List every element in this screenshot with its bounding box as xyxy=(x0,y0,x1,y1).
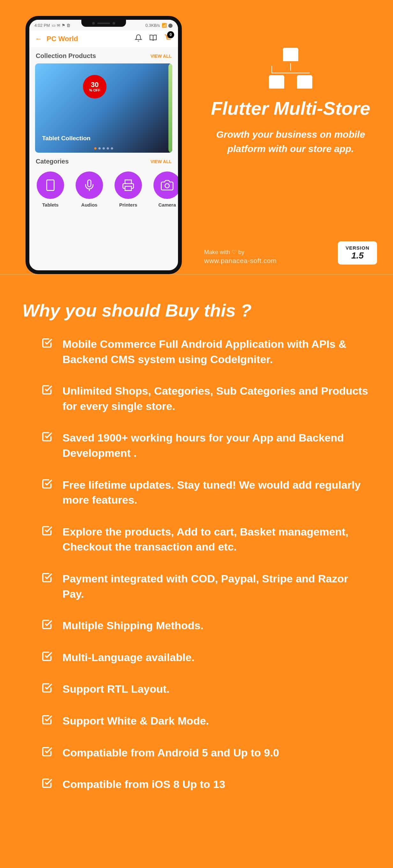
feature-item: Compatiable from Android 5 and Up to 9.0 xyxy=(41,745,371,761)
categories-row: Tablets Audios Printers Camera xyxy=(29,169,178,210)
feature-text: Multi-Language available. xyxy=(62,650,195,665)
printer-icon xyxy=(114,172,142,199)
collection-banner[interactable]: 30 % OFF Tablet Collection xyxy=(35,63,172,153)
tablet-icon xyxy=(37,172,64,199)
feature-text: Support RTL Layout. xyxy=(62,682,170,697)
feature-item: Compatible from iOS 8 Up to 13 xyxy=(41,777,371,792)
category-tablets[interactable]: Tablets xyxy=(35,172,66,208)
svg-point-4 xyxy=(165,184,169,188)
bell-icon[interactable] xyxy=(135,34,142,44)
hero-title: Flutter Multi-Store xyxy=(211,97,370,119)
offer-off-text: % OFF xyxy=(89,88,101,92)
feature-text: Compatible from iOS 8 Up to 13 xyxy=(62,777,225,792)
feature-item: Multiple Shipping Methods. xyxy=(41,618,371,633)
feature-item: Payment integrated with COD, Paypal, Str… xyxy=(41,571,371,601)
check-icon xyxy=(41,431,52,442)
category-camera[interactable]: Camera xyxy=(152,172,178,208)
feature-text: Multiple Shipping Methods. xyxy=(62,618,203,633)
feature-item: Support RTL Layout. xyxy=(41,682,371,697)
appbar: ← PC World 0 xyxy=(29,31,178,47)
feature-text: Saved 1900+ working hours for your App a… xyxy=(62,430,371,461)
feature-item: Free lifetime updates. Stay tuned! We wo… xyxy=(41,477,371,508)
category-label: Camera xyxy=(158,202,176,208)
feature-text: Payment integrated with COD, Paypal, Str… xyxy=(62,571,371,601)
phone-notch xyxy=(81,20,126,27)
feature-text: Free lifetime updates. Stay tuned! We wo… xyxy=(62,477,371,508)
category-label: Tablets xyxy=(42,202,58,208)
made-suffix: by xyxy=(238,249,244,255)
heart-icon: ♡ xyxy=(232,249,237,255)
categories-header: Categories VIEW ALL xyxy=(29,153,178,169)
check-icon xyxy=(41,478,52,489)
banner-next-peek xyxy=(168,63,172,153)
categories-title: Categories xyxy=(36,158,68,165)
hero-content: Flutter Multi-Store Growth your business… xyxy=(195,0,393,274)
check-icon xyxy=(41,778,52,788)
feature-text: Mobile Commerce Full Android Application… xyxy=(62,337,371,367)
back-arrow-icon[interactable]: ← xyxy=(35,35,42,43)
category-printers[interactable]: Printers xyxy=(113,172,144,208)
status-net: 0.3KB/s xyxy=(145,23,160,28)
book-icon[interactable] xyxy=(149,34,157,44)
category-label: Audios xyxy=(81,202,97,208)
categories-view-all[interactable]: VIEW ALL xyxy=(150,159,172,164)
category-audios[interactable]: Audios xyxy=(74,172,105,208)
collection-title: Collection Products xyxy=(36,52,96,60)
feature-item: Saved 1900+ working hours for your App a… xyxy=(41,430,371,461)
status-time: 4:02 PM xyxy=(34,23,50,28)
feature-item: Unlimited Shops, Categories, Sub Categor… xyxy=(41,383,371,414)
check-icon xyxy=(41,572,52,583)
made-prefix: Make with xyxy=(204,249,230,255)
check-icon xyxy=(41,651,52,662)
offer-badge: 30 % OFF xyxy=(83,75,107,98)
camera-icon xyxy=(153,172,178,199)
features-section: Why you should Buy this ? Mobile Commerc… xyxy=(0,275,393,841)
banner-label: Tablet Collection xyxy=(42,135,91,142)
cart-badge: 0 xyxy=(167,31,174,38)
collection-view-all[interactable]: VIEW ALL xyxy=(150,54,172,59)
collection-header: Collection Products VIEW ALL xyxy=(29,47,178,63)
version-number: 1.5 xyxy=(345,251,369,261)
audio-icon xyxy=(76,172,103,199)
feature-text: Support White & Dark Mode. xyxy=(62,713,209,729)
svg-rect-0 xyxy=(47,180,54,190)
hero-subtitle: Growth your business on mobile platform … xyxy=(214,127,367,156)
check-icon xyxy=(41,525,52,536)
features-list: Mobile Commerce Full Android Application… xyxy=(22,337,371,792)
feature-text: Explore the products, Add to cart, Baske… xyxy=(62,524,371,555)
feature-item: Multi-Language available. xyxy=(41,650,371,665)
offer-number: 30 xyxy=(91,81,99,88)
svg-rect-3 xyxy=(125,186,132,190)
version-badge: VERSION 1.5 xyxy=(338,241,377,265)
status-signal-icon: 📶 ⬤ xyxy=(162,23,173,28)
check-icon xyxy=(41,338,52,348)
check-icon xyxy=(41,619,52,630)
category-label: Printers xyxy=(119,202,138,208)
hero-section: 4:02 PM ▭ ✉ ⚑ 🗑 0.3KB/s 📶 ⬤ ← PC World xyxy=(0,0,393,275)
feature-item: Mobile Commerce Full Android Application… xyxy=(41,337,371,367)
features-heading: Why you should Buy this ? xyxy=(22,300,371,321)
check-icon xyxy=(41,714,52,725)
check-icon xyxy=(41,384,52,395)
made-with: Make with ♡ by www.panacea-soft.com xyxy=(204,249,277,265)
phone-mockup: 4:02 PM ▭ ✉ ⚑ 🗑 0.3KB/s 📶 ⬤ ← PC World xyxy=(26,16,182,274)
check-icon xyxy=(41,682,52,693)
version-label: VERSION xyxy=(345,245,369,251)
status-notif-icon: ▭ ✉ ⚑ 🗑 xyxy=(52,23,71,28)
author-url: www.panacea-soft.com xyxy=(204,257,277,265)
feature-item: Explore the products, Add to cart, Baske… xyxy=(41,524,371,555)
feature-text: Unlimited Shops, Categories, Sub Categor… xyxy=(62,383,371,414)
check-icon xyxy=(41,746,52,757)
multi-store-icon xyxy=(269,48,312,89)
banner-pagination xyxy=(94,147,113,150)
feature-item: Support White & Dark Mode. xyxy=(41,713,371,729)
feature-text: Compatiable from Android 5 and Up to 9.0 xyxy=(62,745,279,761)
appbar-title: PC World xyxy=(47,35,78,43)
